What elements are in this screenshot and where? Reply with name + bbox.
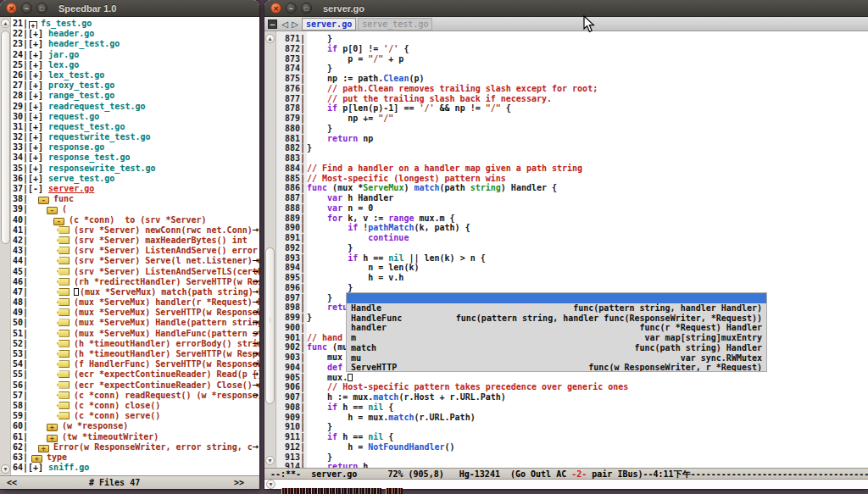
autocomplete-popup[interactable]: Handlefunc(pattern string, handler Handl…: [346, 292, 767, 372]
speedbar-row[interactable]: 62|+Error(w ResponseWriter, error string…: [11, 442, 259, 452]
tab-server-go[interactable]: server.go: [302, 18, 356, 31]
expand-icon[interactable]: [+]: [28, 29, 48, 38]
speedbar-row[interactable]: 21|+fs_test.go: [11, 19, 259, 29]
speedbar-row[interactable]: 25|[+] lex.go: [11, 60, 259, 70]
speedbar-row[interactable]: 32|[+] requestwrite_test.go: [11, 132, 259, 142]
completion-item[interactable]: handlerfunc(r *Request) Handler: [347, 323, 766, 333]
editor-titlebar[interactable]: server.go: [264, 0, 868, 17]
expand-icon[interactable]: [+]: [28, 70, 48, 80]
completion-item[interactable]: matchfunc(path string) Handler: [347, 343, 766, 353]
expand-icon[interactable]: [+]: [28, 60, 48, 69]
maximize-icon[interactable]: [301, 3, 312, 14]
editor-buffer-area[interactable]: ▲ ⁞ ▼ 871| }872| if p[0] != '/' {873| p …: [264, 31, 868, 468]
speedbar-row[interactable]: 30|[+] request.go: [11, 112, 259, 122]
expand-icon[interactable]: [+]: [28, 102, 48, 111]
scroll-down-icon[interactable]: ▼: [266, 480, 275, 489]
maximize-icon[interactable]: [36, 3, 47, 14]
speedbar-row[interactable]: 64|[+] sniff.go: [11, 463, 259, 473]
speedbar-row[interactable]: 52|(h *timeoutHandler) errorBody() strin…: [11, 339, 259, 349]
tabbar-minus-icon[interactable]: −: [268, 19, 277, 29]
expand-icon[interactable]: [+]: [28, 39, 48, 48]
minimize-icon[interactable]: [286, 3, 297, 14]
speedbar-row[interactable]: 40|-(c *conn) to (srv *Server): [11, 215, 259, 225]
speedbar-row[interactable]: 37|[-] server.go: [11, 184, 259, 194]
speedbar-titlebar[interactable]: Speedbar 1.0: [0, 0, 259, 17]
expand-icon[interactable]: [+]: [28, 91, 48, 100]
speedbar-row[interactable]: 57|(c *conn) readRequest() (w *response,…: [11, 391, 259, 401]
speedbar-row[interactable]: 42|(srv *Server) maxHeaderBytes() int: [11, 236, 259, 246]
speedbar-row[interactable]: 63|+type: [11, 452, 259, 463]
expand-icon[interactable]: [+]: [28, 80, 48, 90]
speedbar-row[interactable]: 54|(f HandlerFunc) ServeHTTP(w ResponseW…: [11, 359, 259, 369]
speedbar-row[interactable]: 61|+(tw *timeoutWriter): [11, 432, 259, 442]
expand-icon[interactable]: [+]: [28, 50, 48, 59]
completion-item[interactable]: ServeHTTPfunc(w ResponseWriter, r *Reque…: [347, 363, 766, 372]
speedbar-row[interactable]: 29|[+] readrequest_test.go: [11, 102, 259, 112]
speedbar-scrollbar-thumb[interactable]: [1, 31, 10, 244]
speedbar-scroll-right-button[interactable]: >>: [234, 476, 244, 489]
speedbar-row[interactable]: 55|(ecr *expectContinueReader) Read(p []…: [11, 369, 259, 380]
completion-item[interactable]: mvar map[string]muxEntry: [347, 333, 766, 343]
editor-scrollbar[interactable]: ▲ ⁞ ▼: [264, 31, 276, 468]
speedbar-row[interactable]: 46|(rh *redirectHandler) ServeHTTP(w Res…: [11, 277, 259, 287]
expand-icon[interactable]: [+]: [28, 463, 48, 472]
expand-icon[interactable]: [+]: [28, 174, 48, 183]
completion-item[interactable]: Handlefunc(pattern string, handler Handl…: [347, 303, 766, 314]
file-page-icon[interactable]: +: [29, 21, 37, 29]
scroll-down-icon[interactable]: ▼: [1, 464, 10, 474]
expand-icon[interactable]: [+]: [28, 132, 48, 142]
minimize-icon[interactable]: [21, 3, 32, 14]
speedbar-row[interactable]: 33|[+] response.go: [11, 142, 259, 153]
speedbar-row[interactable]: 39|-(: [11, 204, 259, 214]
editor-scrollbar-thumb[interactable]: ⁞: [265, 247, 275, 404]
speedbar-row[interactable]: 35|[+] responsewrite_test.go: [11, 164, 259, 174]
speedbar-row[interactable]: 34|[+] response_test.go: [11, 153, 259, 163]
tab-serve-test-go[interactable]: serve_test.go: [358, 18, 432, 31]
speedbar-row[interactable]: 51|(mux *ServeMux) HandleFunc(pattern st…: [11, 329, 259, 339]
speedbar-scroll-left-button[interactable]: <<: [7, 476, 17, 489]
speedbar-row[interactable]: 45|(srv *Server) ListenAndServeTLS(certF…: [11, 267, 259, 277]
expand-icon[interactable]: [+]: [28, 142, 48, 152]
group-open-icon[interactable]: -: [53, 218, 64, 225]
speedbar-row[interactable]: 26|[+] lex_test.go: [11, 70, 259, 80]
group-open-icon[interactable]: -: [47, 207, 58, 214]
speedbar-row[interactable]: 58|(c *conn) close(): [11, 401, 259, 411]
scroll-up-icon[interactable]: ▲: [1, 19, 10, 28]
expand-icon[interactable]: [+]: [28, 112, 48, 121]
expand-icon[interactable]: [+]: [28, 122, 48, 131]
group-open-icon[interactable]: -: [38, 197, 49, 204]
expand-icon[interactable]: [+]: [28, 153, 48, 162]
speedbar-row[interactable]: 53|(h *timeoutHandler) ServeHTTP(w Respo…: [11, 349, 259, 359]
speedbar-row[interactable]: 44|(srv *Server) Serve(l net.Listener) e…: [11, 256, 259, 266]
speedbar-row[interactable]: 23|[+] header_test.go: [11, 39, 259, 49]
close-icon[interactable]: [6, 3, 17, 14]
close-icon[interactable]: [270, 3, 281, 14]
speedbar-row[interactable]: 49|(mux *ServeMux) ServeHTTP(w ResponseW…: [11, 308, 259, 318]
speedbar-row[interactable]: 60|+(w *response): [11, 421, 259, 431]
group-closed-icon[interactable]: +: [47, 424, 58, 431]
speedbar-row[interactable]: 28|[+] range_test.go: [11, 91, 259, 101]
speedbar-row[interactable]: 24|[+] jar.go: [11, 50, 259, 60]
speedbar-row[interactable]: 41|(srv *Server) newConn(rwc net.Conn) (…: [11, 225, 259, 236]
expand-icon[interactable]: [+]: [28, 164, 48, 173]
group-closed-icon[interactable]: +: [38, 445, 49, 452]
speedbar-scrollbar[interactable]: ▲ ▼: [0, 17, 11, 475]
speedbar-file-list[interactable]: 21|+fs_test.go22|[+] header.go23|[+] hea…: [11, 19, 259, 475]
tab-scroll-left-icon[interactable]: ◁: [280, 18, 290, 31]
speedbar-row[interactable]: 31|[+] request_test.go: [11, 122, 259, 132]
speedbar-row[interactable]: 43|(srv *Server) ListenAndServe() error: [11, 246, 259, 256]
speedbar-row[interactable]: 38|-func: [11, 194, 259, 204]
completion-item[interactable]: muvar sync.RWMutex: [347, 353, 766, 364]
completion-item[interactable]: [347, 293, 766, 303]
collapse-icon[interactable]: [-]: [28, 184, 48, 193]
speedbar-row[interactable]: 48|(mux *ServeMux) handler(r *Request) H…: [11, 297, 259, 308]
speedbar-row[interactable]: 36|[+] serve_test.go: [11, 174, 259, 184]
speedbar-row[interactable]: 47|(mux *ServeMux) match(path string) Ha…: [11, 287, 259, 297]
group-closed-icon[interactable]: +: [31, 455, 42, 463]
speedbar-row[interactable]: 50|(mux *ServeMux) Handle(pattern string…: [11, 318, 259, 328]
scroll-down-icon[interactable]: ▼: [265, 456, 275, 465]
speedbar-row[interactable]: 56|(ecr *expectContinueReader) Close() e…: [11, 380, 259, 391]
speedbar-row[interactable]: 22|[+] header.go: [11, 29, 259, 39]
code-lines[interactable]: 871| }872| if p[0] != '/' {873| p = "/" …: [276, 34, 868, 468]
completion-item[interactable]: HandleFuncfunc(pattern string, handler f…: [347, 314, 766, 324]
